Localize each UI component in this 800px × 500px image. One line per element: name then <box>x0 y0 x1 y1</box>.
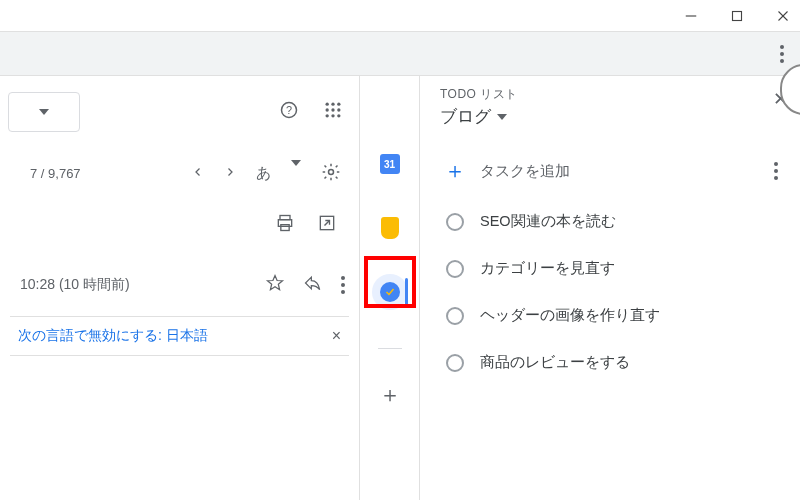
task-radio[interactable] <box>446 307 464 325</box>
translate-link[interactable]: 次の言語で無効にする: 日本語 <box>18 327 208 345</box>
mail-row[interactable]: 10:28 (10 時間前) <box>0 267 359 316</box>
svg-rect-18 <box>281 225 289 231</box>
chevron-down-icon <box>39 109 49 115</box>
task-radio[interactable] <box>446 260 464 278</box>
list-title: ブログ <box>440 105 491 128</box>
add-task-plus-icon[interactable]: ＋ <box>444 156 466 186</box>
settings-gear-icon[interactable] <box>321 162 341 185</box>
next-page-button[interactable] <box>224 166 236 181</box>
task-label: カテゴリーを見直す <box>480 259 615 278</box>
star-icon[interactable] <box>265 273 285 296</box>
open-new-icon[interactable] <box>317 213 337 237</box>
task-item[interactable]: ヘッダーの画像を作り直す <box>440 292 784 339</box>
annotation-speech-bubble: これ以上広げられない！ <box>780 64 800 115</box>
svg-point-15 <box>329 170 334 175</box>
task-label: ヘッダーの画像を作り直す <box>480 306 660 325</box>
ime-dropdown-icon[interactable] <box>291 166 301 181</box>
svg-point-13 <box>331 114 334 117</box>
main-content: ? 7 / 9,767 あ 10:28 (10 時間前) 次の言語で無効にする:… <box>0 76 800 500</box>
svg-text:?: ? <box>286 104 292 116</box>
svg-point-12 <box>326 114 329 117</box>
tasks-more-button[interactable] <box>774 162 778 180</box>
svg-point-8 <box>337 103 340 106</box>
apps-grid-icon[interactable] <box>323 100 343 124</box>
panel-subtitle: TODO リスト <box>440 86 784 103</box>
add-addon-button[interactable]: ＋ <box>372 377 408 413</box>
task-item[interactable]: カテゴリーを見直す <box>440 245 784 292</box>
window-titlebar <box>0 0 800 32</box>
minimize-button[interactable] <box>682 7 700 25</box>
task-radio[interactable] <box>446 354 464 372</box>
svg-marker-20 <box>268 276 283 290</box>
annotation-highlight-box <box>364 256 416 308</box>
reply-icon[interactable] <box>303 273 323 296</box>
gmail-pane: ? 7 / 9,767 あ 10:28 (10 時間前) 次の言語で無効にする:… <box>0 76 360 500</box>
side-panel-rail: 31 ＋ <box>360 76 420 500</box>
svg-rect-1 <box>733 11 742 20</box>
annotation-text: これ以上広げられない！ <box>780 64 800 115</box>
print-icon[interactable] <box>275 213 295 237</box>
chevron-down-icon <box>497 114 507 120</box>
calendar-icon[interactable]: 31 <box>372 146 408 182</box>
keep-icon[interactable] <box>372 210 408 246</box>
svg-point-6 <box>326 103 329 106</box>
translate-close-icon[interactable]: × <box>332 327 341 345</box>
pagination-count: 7 / 9,767 <box>18 166 81 181</box>
maximize-button[interactable] <box>728 7 746 25</box>
ime-indicator[interactable]: あ <box>256 164 271 183</box>
svg-point-14 <box>337 114 340 117</box>
calendar-day-label: 31 <box>384 159 395 170</box>
list-selector[interactable]: ブログ <box>440 105 784 128</box>
svg-point-10 <box>331 108 334 111</box>
browser-menu-button[interactable] <box>780 45 784 63</box>
mail-more-button[interactable] <box>341 276 345 294</box>
translate-bar: 次の言語で無効にする: 日本語 × <box>10 316 349 356</box>
task-label: SEO関連の本を読む <box>480 212 616 231</box>
svg-point-11 <box>337 108 340 111</box>
svg-point-7 <box>331 103 334 106</box>
browser-toolbar <box>0 32 800 76</box>
task-radio[interactable] <box>446 213 464 231</box>
mail-timestamp: 10:28 (10 時間前) <box>20 276 130 294</box>
rail-divider <box>378 348 402 349</box>
add-task-label[interactable]: タスクを追加 <box>480 162 760 181</box>
svg-point-9 <box>326 108 329 111</box>
task-item[interactable]: SEO関連の本を読む <box>440 198 784 245</box>
tasks-panel: これ以上広げられない！ ✕ TODO リスト ブログ ＋ タスクを追加 SEO関… <box>420 76 800 500</box>
close-window-button[interactable] <box>774 7 792 25</box>
task-label: 商品のレビューをする <box>480 353 630 372</box>
help-icon[interactable]: ? <box>279 100 299 124</box>
prev-page-button[interactable] <box>192 166 204 181</box>
task-item[interactable]: 商品のレビューをする <box>440 339 784 386</box>
compose-dropdown[interactable] <box>8 92 80 132</box>
